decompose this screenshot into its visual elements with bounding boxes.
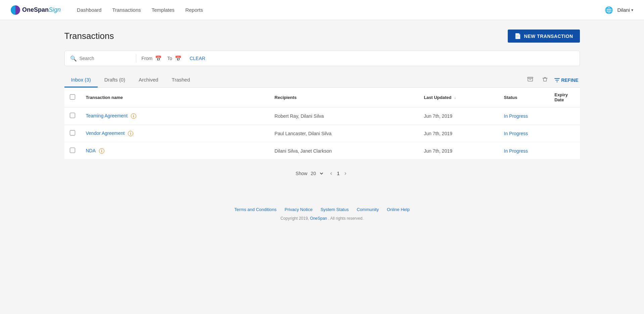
show-label: Show — [296, 171, 307, 176]
transactions-table: Transaction name Recipients Last Updated… — [64, 88, 580, 160]
row3-check-cell — [64, 142, 81, 160]
col-header-recipients: Recipients — [269, 88, 418, 107]
tab-drafts[interactable]: Drafts (0) — [98, 73, 132, 88]
table-body: Teaming Agreement i Robert Ray, Dilani S… — [64, 107, 580, 160]
page-nav: ‹ 1 › — [328, 169, 348, 177]
row3-status: In Progress — [499, 142, 549, 160]
row1-recipients: Robert Ray, Dilani Silva — [269, 107, 418, 125]
show-count-select[interactable]: 20 50 100 — [309, 170, 324, 176]
row3-recipients: Dilani Silva, Janet Clarkson — [269, 142, 418, 160]
row3-expiry — [549, 142, 580, 160]
footer-link-privacy[interactable]: Privacy Notice — [285, 207, 312, 212]
search-bar: 🔍 From 📅 To 📅 CLEAR — [64, 51, 580, 66]
row1-last-updated: Jun 7th, 2019 — [418, 107, 499, 125]
select-all-checkbox[interactable] — [70, 94, 75, 100]
row2-expiry — [549, 125, 580, 142]
footer-link-community[interactable]: Community — [357, 207, 379, 212]
col-header-name: Transaction name — [81, 88, 269, 107]
refine-button[interactable]: REFINE — [554, 77, 578, 83]
search-input[interactable] — [80, 56, 120, 61]
footer-link-terms[interactable]: Terms and Conditions — [234, 207, 277, 212]
tabs-actions: REFINE — [525, 74, 580, 86]
row3-name-cell: NDA i — [81, 142, 269, 160]
prev-page-button[interactable]: ‹ — [328, 169, 334, 177]
refine-label: REFINE — [561, 77, 578, 83]
new-transaction-label: NEW TRANSACTION — [524, 34, 573, 39]
nav-link-dashboard[interactable]: Dashboard — [77, 6, 101, 14]
filter-icon — [554, 77, 560, 83]
from-calendar-icon[interactable]: 📅 — [155, 55, 162, 62]
col-header-status: Status — [499, 88, 549, 107]
navbar: OneSpanSign Dashboard Transactions Templ… — [0, 0, 644, 20]
main-content: Transactions 📄 NEW TRANSACTION 🔍 From 📅 … — [54, 20, 591, 194]
tabs-row: Inbox (3) Drafts (0) Archived Trashed — [64, 73, 580, 88]
footer-link-help[interactable]: Online Help — [387, 207, 410, 212]
row1-info-icon[interactable]: i — [131, 113, 136, 119]
table-row: Teaming Agreement i Robert Ray, Dilani S… — [64, 107, 580, 125]
table-header: Transaction name Recipients Last Updated… — [64, 88, 580, 107]
row2-check-cell — [64, 125, 81, 142]
table-row: NDA i Dilani Silva, Janet Clarkson Jun 7… — [64, 142, 580, 160]
user-menu[interactable]: Dilani ▾ — [617, 7, 633, 13]
page-title: Transactions — [64, 31, 114, 41]
user-chevron-icon: ▾ — [631, 8, 633, 12]
row1-status-badge: In Progress — [504, 113, 528, 119]
to-calendar-icon[interactable]: 📅 — [175, 55, 182, 62]
svg-rect-1 — [528, 78, 533, 81]
tab-trashed[interactable]: Trashed — [165, 73, 197, 88]
trash-icon-button[interactable] — [540, 74, 550, 86]
archive-icon-button[interactable] — [525, 74, 536, 86]
row1-checkbox[interactable] — [70, 113, 75, 118]
nav-link-templates[interactable]: Templates — [152, 6, 175, 14]
footer-onespan-link[interactable]: OneSpan — [310, 216, 327, 221]
globe-icon[interactable]: 🌐 — [605, 6, 613, 14]
row3-info-icon[interactable]: i — [99, 148, 104, 154]
row2-status-badge: In Progress — [504, 131, 528, 136]
row1-name-link[interactable]: Teaming Agreement — [86, 113, 128, 118]
footer-link-status[interactable]: System Status — [320, 207, 349, 212]
row3-name-link[interactable]: NDA — [86, 148, 96, 153]
next-page-button[interactable]: › — [342, 169, 348, 177]
nav-link-reports[interactable]: Reports — [185, 6, 203, 14]
row2-info-icon[interactable]: i — [128, 131, 133, 136]
row2-recipients: Paul Lancaster, Dilani Silva — [269, 125, 418, 142]
clear-button[interactable]: CLEAR — [190, 56, 205, 61]
logo-icon — [11, 5, 20, 15]
row2-last-updated: Jun 7th, 2019 — [418, 125, 499, 142]
col-header-last-updated[interactable]: Last Updated ↓ — [418, 88, 499, 107]
sort-icon: ↓ — [454, 95, 456, 100]
search-icon: 🔍 — [70, 55, 77, 62]
current-page: 1 — [337, 170, 340, 176]
from-date-field: From 📅 — [142, 55, 162, 62]
tab-inbox[interactable]: Inbox (3) — [64, 73, 98, 88]
new-transaction-button[interactable]: 📄 NEW TRANSACTION — [508, 30, 580, 43]
nav-link-transactions[interactable]: Transactions — [112, 6, 141, 14]
row3-checkbox[interactable] — [70, 148, 75, 153]
row1-expiry — [549, 107, 580, 125]
row2-name-link[interactable]: Vendor Agreement — [86, 130, 125, 136]
col-header-expiry: Expiry Date — [549, 88, 580, 107]
row1-name-cell: Teaming Agreement i — [81, 107, 269, 125]
divider — [136, 54, 136, 62]
trash-icon — [542, 76, 548, 83]
row2-status: In Progress — [499, 125, 549, 142]
logo[interactable]: OneSpanSign — [11, 5, 61, 15]
row1-check-cell — [64, 107, 81, 125]
row3-status-badge: In Progress — [504, 148, 528, 154]
footer: Terms and Conditions Privacy Notice Syst… — [0, 194, 644, 227]
row1-status: In Progress — [499, 107, 549, 125]
to-label: To — [167, 56, 172, 61]
page-header: Transactions 📄 NEW TRANSACTION — [64, 30, 580, 43]
logo-text: OneSpanSign — [22, 6, 61, 13]
col-header-check — [64, 88, 81, 107]
row2-checkbox[interactable] — [70, 130, 75, 136]
to-date-field: To 📅 — [167, 55, 182, 62]
archive-icon — [527, 76, 534, 83]
tabs-left: Inbox (3) Drafts (0) Archived Trashed — [64, 73, 197, 87]
copyright-text: Copyright 2019, — [281, 216, 309, 221]
table-row: Vendor Agreement i Paul Lancaster, Dilan… — [64, 125, 580, 142]
row3-last-updated: Jun 7th, 2019 — [418, 142, 499, 160]
tab-archived[interactable]: Archived — [132, 73, 165, 88]
search-field-wrap: 🔍 — [70, 55, 131, 62]
pagination: Show 20 50 100 ‹ 1 › — [64, 160, 580, 184]
